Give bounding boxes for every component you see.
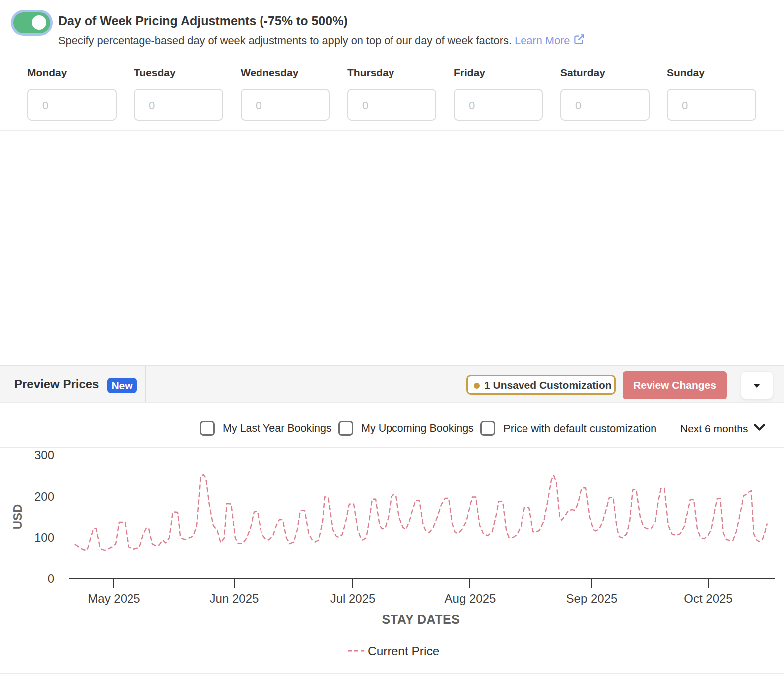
svg-text:Jul 2025: Jul 2025	[330, 592, 376, 605]
svg-text:100: 100	[34, 531, 54, 544]
svg-text:Sep 2025: Sep 2025	[566, 592, 618, 605]
svg-text:Oct 2025: Oct 2025	[684, 592, 732, 605]
svg-text:300: 300	[34, 449, 54, 462]
svg-text:Aug 2025: Aug 2025	[445, 592, 496, 605]
svg-text:Jun 2025: Jun 2025	[210, 592, 259, 605]
svg-text:STAY DATES: STAY DATES	[382, 612, 460, 626]
svg-text:USD: USD	[11, 504, 24, 530]
svg-text:May 2025: May 2025	[88, 592, 140, 605]
svg-text:Current Price: Current Price	[368, 644, 439, 658]
svg-text:0: 0	[48, 572, 54, 585]
svg-text:200: 200	[34, 490, 54, 503]
